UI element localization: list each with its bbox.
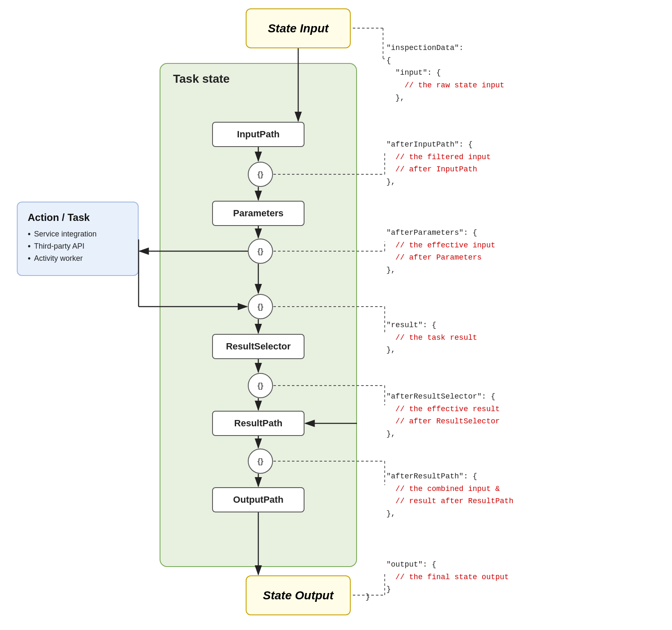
state-output-box: State Output	[246, 575, 351, 615]
state-output-label: State Output	[263, 589, 333, 602]
circle3: {}	[248, 294, 273, 319]
state-input-box: State Input	[246, 8, 351, 48]
action-item-label-3: Activity worker	[34, 254, 83, 263]
closing-brace: }	[365, 592, 370, 601]
resultselector-box: ResultSelector	[212, 334, 304, 359]
inputpath-box: InputPath	[212, 122, 304, 147]
inputpath-label: InputPath	[237, 129, 279, 140]
action-task-item-3: • Activity worker	[28, 254, 128, 263]
code-block-2: "afterInputPath": { // the filtered inpu…	[386, 139, 491, 189]
resultpath-label: ResultPath	[234, 418, 283, 429]
code-block-7: "output": { // the final state output }	[386, 559, 509, 596]
code-block-1: "inspectionData": { "input": { // the ra…	[386, 42, 504, 104]
code-block-5: "afterResultSelector": { // the effectiv…	[386, 391, 500, 441]
action-task-title: Action / Task	[28, 212, 128, 223]
code-block-4: "result": { // the task result },	[386, 319, 477, 357]
action-task-item-1: • Service integration	[28, 229, 128, 239]
parameters-box: Parameters	[212, 201, 304, 226]
action-item-label-2: Third-party API	[34, 242, 84, 251]
circle5: {}	[248, 449, 273, 474]
outputpath-label: OutputPath	[233, 494, 284, 505]
circle2: {}	[248, 239, 273, 264]
diagram-container: State Input Task state InputPath {} Para…	[0, 0, 672, 630]
resultpath-box: ResultPath	[212, 411, 304, 436]
task-state-label: Task state	[173, 72, 348, 86]
code-block-6: "afterResultPath": { // the combined inp…	[386, 470, 513, 520]
outputpath-box: OutputPath	[212, 487, 304, 512]
circle4: {}	[248, 373, 273, 398]
action-item-label-1: Service integration	[34, 230, 97, 239]
action-task-box: Action / Task • Service integration • Th…	[17, 202, 139, 276]
state-input-label: State Input	[268, 22, 329, 35]
code-block-3: "afterParameters": { // the effective in…	[386, 227, 495, 277]
action-task-item-2: • Third-party API	[28, 242, 128, 251]
parameters-label: Parameters	[233, 208, 284, 219]
circle1: {}	[248, 162, 273, 187]
resultselector-label: ResultSelector	[226, 341, 291, 352]
